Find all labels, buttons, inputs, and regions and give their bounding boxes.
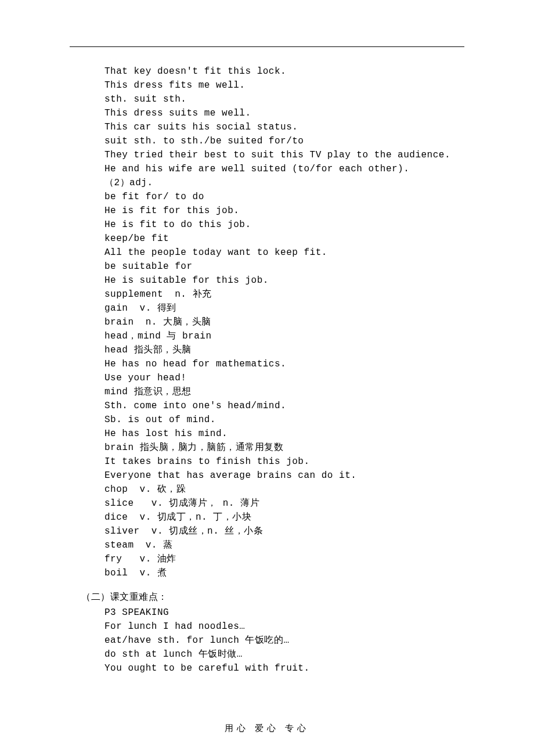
text-line: You ought to be careful with fruit. <box>70 661 464 675</box>
text-line: boil v. 煮 <box>70 566 464 580</box>
text-line: He and his wife are well suited (to/for … <box>70 162 464 176</box>
text-line: sliver v. 切成丝，n. 丝，小条 <box>70 524 464 538</box>
text-line: P3 SPEAKING <box>70 606 464 620</box>
text-line: That key doesn't fit this lock. <box>70 64 464 78</box>
text-line: Use your head! <box>70 371 464 385</box>
text-line: mind 指意识，思想 <box>70 385 464 399</box>
text-line: All the people today want to keep fit. <box>70 246 464 260</box>
text-line: This dress fits me well. <box>70 78 464 92</box>
text-line: do sth at lunch 午饭时做… <box>70 647 464 661</box>
text-line: He is suitable for this job. <box>70 273 464 287</box>
text-line: supplement n. 补充 <box>70 287 464 301</box>
text-line: This dress suits me well. <box>70 106 464 120</box>
text-line: Everyone that has average brains can do … <box>70 469 464 483</box>
text-line: suit sth. to sth./be suited for/to <box>70 134 464 148</box>
page-container: That key doesn't fit this lock. This dre… <box>0 0 534 699</box>
text-line: brain 指头脑，脑力，脑筋，通常用复数 <box>70 441 464 455</box>
text-line: He has no head for mathematics. <box>70 357 464 371</box>
text-line: sth. suit sth. <box>70 92 464 106</box>
text-line: gain v. 得到 <box>70 301 464 315</box>
text-line: steam v. 蒸 <box>70 538 464 552</box>
page-footer: 用心 爱心 专心 <box>0 723 534 734</box>
text-line: He is fit for this job. <box>70 204 464 218</box>
text-line: Sth. come into one's head/mind. <box>70 399 464 413</box>
text-line: For lunch I had noodles… <box>70 620 464 633</box>
text-line: dice v. 切成丁，n. 丁，小块 <box>70 510 464 524</box>
text-line: He has lost his mind. <box>70 427 464 441</box>
text-line: They tried their best to suit this TV pl… <box>70 148 464 162</box>
text-line: fry v. 油炸 <box>70 552 464 566</box>
text-line: （2）adj. <box>70 176 464 190</box>
text-line: This car suits his social status. <box>70 120 464 134</box>
text-line: be fit for/ to do <box>70 190 464 204</box>
top-rule <box>70 46 464 47</box>
text-line: head 指头部，头脑 <box>70 343 464 357</box>
text-line: It takes brains to finish this job. <box>70 455 464 469</box>
text-line: Sb. is out of mind. <box>70 413 464 427</box>
text-line: brain n. 大脑，头脑 <box>70 315 464 329</box>
text-line: head，mind 与 brain <box>70 329 464 343</box>
text-line: keep/be fit <box>70 232 464 246</box>
text-line: He is fit to do this job. <box>70 218 464 232</box>
text-line: be suitable for <box>70 260 464 273</box>
text-line: chop v. 砍，跺 <box>70 483 464 496</box>
text-line: slice v. 切成薄片， n. 薄片 <box>70 496 464 510</box>
text-line: eat/have sth. for lunch 午饭吃的… <box>70 633 464 647</box>
document-body: That key doesn't fit this lock. This dre… <box>70 64 464 675</box>
section-heading: （二）课文重难点： <box>70 591 464 604</box>
